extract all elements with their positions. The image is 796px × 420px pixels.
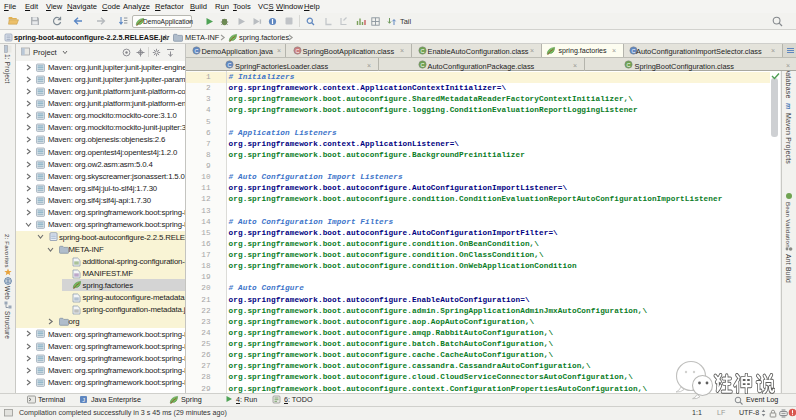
svg-text:C: C — [194, 48, 198, 54]
svg-text:C: C — [420, 62, 424, 68]
svg-text:C: C — [631, 48, 635, 54]
svg-text:C: C — [227, 62, 231, 68]
svg-text:J: J — [82, 397, 85, 403]
svg-text:C: C — [295, 48, 299, 54]
svg-text:C: C — [420, 48, 424, 54]
svg-text:C: C — [626, 62, 630, 68]
